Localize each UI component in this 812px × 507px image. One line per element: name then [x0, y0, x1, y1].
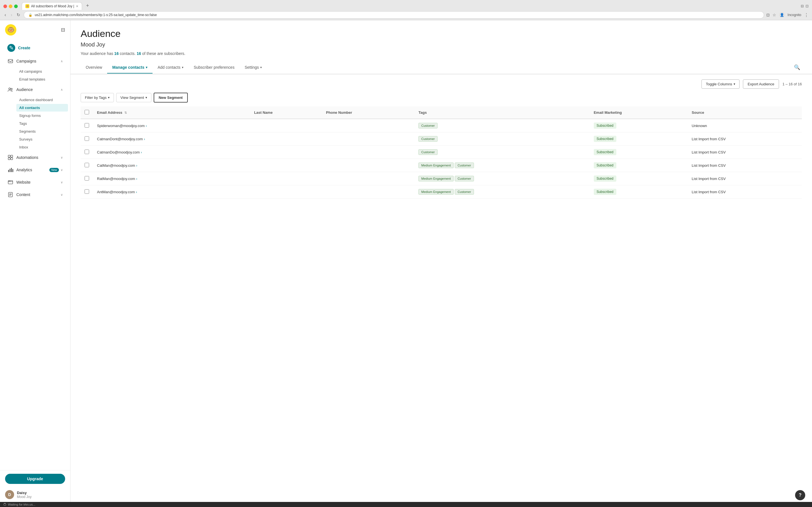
svg-rect-10	[12, 169, 13, 172]
toggle-columns-button[interactable]: Toggle Columns ▾	[702, 79, 739, 89]
tag-badge[interactable]: Customer	[455, 189, 474, 194]
row-arrow-icon[interactable]: ›	[141, 151, 142, 154]
restore-icon[interactable]: ⊟	[801, 4, 804, 8]
tags-cell: Customer	[414, 146, 590, 159]
email-address: CatmanDont@moodjoy.com	[97, 137, 143, 141]
col-email-marketing[interactable]: Email Marketing	[590, 107, 688, 119]
tag-badge[interactable]: Medium Engagement	[418, 176, 454, 181]
tab-add-contacts[interactable]: Add contacts ▾	[153, 62, 189, 73]
tag-badge[interactable]: Medium Engagement	[418, 189, 454, 194]
new-segment-button[interactable]: New Segment	[154, 93, 188, 103]
star-icon[interactable]: ☆	[772, 13, 776, 17]
row-checkbox[interactable]	[85, 163, 89, 167]
email-sort-icon: ⇅	[124, 111, 127, 114]
sidebar-item-audience[interactable]: Audience ∧	[2, 83, 68, 96]
sidebar-item-content[interactable]: Content ∨	[2, 189, 68, 201]
cast-icon[interactable]: ⊡	[766, 13, 770, 17]
select-all-checkbox[interactable]	[85, 110, 89, 114]
table-row[interactable]: Spiderwoman@moodjoy.com ›CustomerSubscri…	[81, 119, 802, 132]
table-row[interactable]: RatMan@moodjoy.com ›Medium EngagementCus…	[81, 172, 802, 185]
traffic-lights	[3, 4, 18, 8]
new-tab-button[interactable]: +	[84, 3, 91, 9]
sub-nav-item-audience-dashboard[interactable]: Audience dashboard	[16, 96, 68, 104]
svg-rect-7	[8, 170, 9, 172]
col-phone[interactable]: Phone Number	[322, 107, 414, 119]
tag-badge[interactable]: Customer	[418, 136, 438, 142]
active-tab[interactable]: 🐵 All subscribers of Mood Joy | ✕	[22, 2, 82, 10]
sidebar-item-analytics[interactable]: Analytics New ∨	[2, 164, 68, 176]
page-title: Audience	[81, 28, 802, 39]
user-name: Daisy	[17, 491, 32, 495]
col-last-name[interactable]: Last Name	[250, 107, 322, 119]
phone-cell	[322, 172, 414, 185]
upgrade-button[interactable]: Upgrade	[5, 474, 65, 484]
view-segment-button[interactable]: View Segment ▾	[116, 93, 151, 102]
sidebar-item-website[interactable]: Website ∨	[2, 176, 68, 188]
sidebar-nav: ✎ Create Campaigns ∧ All campaigns Email…	[0, 40, 70, 470]
tag-badge[interactable]: Customer	[418, 123, 438, 128]
col-source[interactable]: Source	[688, 107, 802, 119]
avatar[interactable]: D	[5, 490, 14, 499]
col-tags[interactable]: Tags	[414, 107, 590, 119]
sidebar-toggle-button[interactable]: ⊟	[61, 27, 65, 33]
table-row[interactable]: CatmanDo@moodjoy.com ›CustomerSubscribed…	[81, 146, 802, 159]
row-checkbox[interactable]	[85, 189, 89, 194]
sub-nav-item-segments[interactable]: Segments	[16, 128, 68, 135]
tab-overview[interactable]: Overview	[81, 62, 107, 73]
sub-nav-item-all-contacts[interactable]: All contacts	[16, 104, 68, 112]
add-contacts-arrow: ▾	[182, 66, 184, 69]
export-audience-button[interactable]: Export Audience	[743, 79, 779, 89]
table-row[interactable]: AntMan@moodjoy.com ›Medium EngagementCus…	[81, 185, 802, 199]
row-checkbox[interactable]	[85, 123, 89, 128]
sub-nav-item-surveys[interactable]: Surveys	[16, 135, 68, 143]
row-arrow-icon[interactable]: ›	[136, 190, 137, 194]
row-arrow-icon[interactable]: ›	[136, 177, 137, 181]
menu-icon[interactable]: ⋮	[804, 12, 809, 18]
sidebar-item-campaigns[interactable]: Campaigns ∧	[2, 55, 68, 67]
table-row[interactable]: CatmanDont@moodjoy.com ›CustomerSubscrib…	[81, 132, 802, 146]
sub-nav-item-email-templates[interactable]: Email templates	[16, 75, 68, 83]
row-checkbox[interactable]	[85, 136, 89, 141]
sub-nav-item-inbox[interactable]: Inbox	[16, 144, 68, 151]
sub-nav-item-tags[interactable]: Tags	[16, 120, 68, 127]
row-arrow-icon[interactable]: ›	[146, 124, 147, 128]
sub-nav-item-all-campaigns[interactable]: All campaigns	[16, 68, 68, 75]
address-bar[interactable]: 🔒 us21.admin.mailchimp.com/lists/members…	[24, 11, 764, 18]
tab-subscriber-preferences[interactable]: Subscriber preferences	[189, 62, 240, 73]
tab-settings[interactable]: Settings ▾	[240, 62, 267, 73]
tab-title: All subscribers of Mood Joy |	[31, 4, 74, 8]
sub-nav-campaigns: All campaigns Email templates	[0, 68, 70, 83]
tag-badge[interactable]: Customer	[455, 176, 474, 181]
tag-badge[interactable]: Customer	[418, 149, 438, 155]
svg-rect-3	[8, 155, 10, 157]
reload-button[interactable]: ↻	[15, 12, 21, 18]
maximize-icon[interactable]: ⊡	[806, 4, 809, 8]
row-arrow-icon[interactable]: ›	[144, 137, 145, 141]
tl-yellow[interactable]	[9, 4, 12, 8]
row-checkbox[interactable]	[85, 150, 89, 154]
filter-by-tags-button[interactable]: Filter by Tags ▾	[81, 93, 114, 102]
table-row[interactable]: CatMan@moodjoy.com ›Medium EngagementCus…	[81, 159, 802, 172]
sidebar-item-automations[interactable]: Automations ∨	[2, 152, 68, 163]
sub-nav-item-signup-forms[interactable]: Signup forms	[16, 112, 68, 119]
col-email[interactable]: Email Address ⇅	[93, 107, 250, 119]
tab-manage-contacts[interactable]: Manage contacts ▾	[107, 62, 153, 73]
help-button[interactable]: ?	[795, 490, 805, 500]
tab-close-icon[interactable]: ✕	[76, 4, 79, 8]
tag-badge[interactable]: Medium Engagement	[418, 163, 454, 168]
content-chevron: ∨	[61, 193, 63, 196]
sidebar-item-create[interactable]: ✎ Create	[2, 41, 68, 55]
tl-green[interactable]	[14, 4, 18, 8]
profile-icon[interactable]: 👤	[779, 12, 784, 18]
email-address: CatMan@moodjoy.com	[97, 163, 135, 168]
search-icon[interactable]: 🔍	[792, 61, 802, 74]
row-arrow-icon[interactable]: ›	[136, 164, 137, 168]
logo[interactable]: 🐵	[5, 24, 16, 36]
row-checkbox[interactable]	[85, 176, 89, 180]
back-button[interactable]: ‹	[3, 11, 7, 18]
address-bar-row: ‹ › ↻ 🔒 us21.admin.mailchimp.com/lists/m…	[0, 10, 812, 20]
tl-red[interactable]	[3, 4, 7, 8]
forward-button[interactable]: ›	[10, 11, 13, 18]
tag-badge[interactable]: Customer	[455, 163, 474, 168]
tags-cell: Medium EngagementCustomer	[414, 172, 590, 185]
